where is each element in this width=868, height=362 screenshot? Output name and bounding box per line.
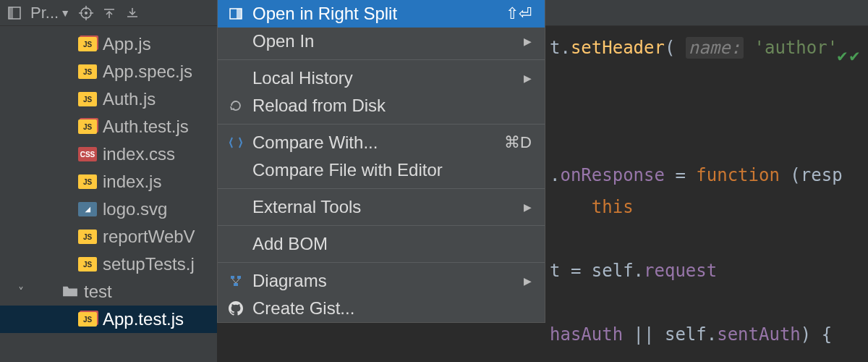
tree-file-item[interactable]: JSApp.spec.js	[0, 58, 217, 85]
tree-file-item[interactable]: JSsetupTests.j	[0, 251, 217, 278]
menu-item-label: Add BOM	[252, 234, 532, 254]
github-icon	[226, 301, 245, 316]
submenu-arrow-icon: ▶	[524, 275, 532, 287]
collapse-all-icon[interactable]	[99, 3, 119, 23]
js-file-icon: JS	[78, 174, 97, 189]
project-tool-icon	[4, 3, 25, 23]
svg-line-18	[236, 279, 239, 283]
svg-line-17	[232, 279, 236, 283]
file-label: App.spec.js	[103, 62, 192, 82]
tree-file-item[interactable]: CSSindex.css	[0, 140, 217, 168]
menu-item-label: Local History	[252, 68, 516, 88]
diff-icon	[226, 135, 245, 150]
menu-item-create-gist[interactable]: Create Gist...	[218, 295, 545, 322]
submenu-arrow-icon: ▶	[524, 35, 532, 47]
file-label: index.js	[103, 172, 161, 192]
reload-icon	[226, 98, 245, 113]
project-dropdown[interactable]: Pr...▼	[27, 2, 73, 24]
menu-separator	[218, 188, 545, 189]
project-sidebar: JSApp.jsJSApp.spec.jsJSAuth.jsJSAuth.tes…	[0, 0, 217, 362]
file-label: App.test.js	[103, 309, 184, 329]
tree-file-item[interactable]: JSApp.js	[0, 30, 217, 58]
menu-item-compare-file-with-editor[interactable]: Compare File with Editor	[218, 156, 545, 184]
target-icon[interactable]	[76, 3, 96, 23]
folder-icon	[32, 282, 78, 302]
svg-rect-13	[237, 9, 242, 19]
tree-file-item[interactable]: JSAuth.test.js	[0, 113, 217, 140]
menu-item-external-tools[interactable]: External Tools▶	[218, 193, 545, 221]
context-menu: Open in Right Split⇧⏎Open In▶Local Histo…	[217, 0, 545, 323]
file-label: Auth.test.js	[103, 117, 189, 137]
menu-item-label: Compare File with Editor	[252, 160, 532, 180]
menu-item-label: Create Gist...	[252, 298, 532, 319]
js-file-icon: JS	[78, 257, 97, 272]
menu-item-open-in[interactable]: Open In▶	[218, 28, 545, 55]
tree-file-item[interactable]: JSAuth.js	[0, 85, 217, 113]
js-file-icon: JS	[78, 312, 97, 327]
tree-file-item[interactable]: ◢logo.svg	[0, 195, 217, 223]
tree-file-item-selected[interactable]: JSApp.test.js	[0, 306, 217, 333]
menu-item-diagrams[interactable]: Diagrams▶	[218, 267, 545, 295]
svg-rect-16	[234, 283, 238, 286]
file-label: setupTests.j	[103, 254, 195, 274]
menu-separator	[218, 225, 545, 226]
js-file-icon: JS	[78, 230, 97, 244]
submenu-arrow-icon: ▶	[524, 72, 532, 84]
menu-item-local-history[interactable]: Local History▶	[218, 64, 545, 92]
chevron-down-icon: ˅	[16, 285, 26, 299]
js-file-icon: JS	[78, 92, 97, 106]
svg-rect-1	[9, 7, 13, 19]
svg-file-icon: ◢	[78, 202, 97, 216]
file-label: Auth.js	[103, 89, 156, 109]
menu-item-open-in-right-split[interactable]: Open in Right Split⇧⏎	[218, 0, 545, 28]
diagram-icon	[226, 274, 245, 288]
file-label: logo.svg	[103, 199, 167, 219]
svg-rect-14	[231, 276, 234, 279]
expand-all-icon[interactable]	[122, 3, 142, 23]
menu-item-label: External Tools	[252, 197, 516, 217]
file-label: reportWebV	[103, 227, 195, 247]
menu-item-label: Reload from Disk	[252, 96, 532, 116]
project-label: Pr...	[30, 4, 59, 22]
menu-item-label: Diagrams	[252, 271, 516, 291]
menu-item-label: Open in Right Split	[252, 4, 498, 24]
menu-item-label: Compare With...	[252, 132, 497, 153]
tree-folder-item[interactable]: ˅test	[0, 278, 217, 306]
code-method: setHeader	[571, 38, 665, 58]
svg-rect-15	[237, 276, 241, 279]
folder-label: test	[84, 282, 112, 302]
js-file-icon: JS	[78, 119, 97, 134]
js-file-icon: JS	[78, 64, 97, 79]
string-literal: 'author'	[754, 38, 838, 58]
menu-shortcut: ⇧⏎	[506, 4, 532, 23]
menu-separator	[218, 59, 545, 60]
menu-item-label: Open In	[252, 31, 516, 51]
menu-shortcut: ⌘D	[504, 133, 532, 152]
parameter-hint: name:	[686, 37, 744, 59]
menu-separator	[218, 262, 545, 263]
tree-file-item[interactable]: JSindex.js	[0, 168, 217, 195]
menu-separator	[218, 124, 545, 125]
menu-item-add-bom[interactable]: Add BOM	[218, 230, 545, 258]
file-label: App.js	[103, 34, 151, 54]
split-right-icon	[226, 7, 245, 21]
tree-file-item[interactable]: JSreportWebV	[0, 223, 217, 251]
svg-point-3	[85, 12, 88, 14]
js-file-icon: JS	[78, 37, 97, 51]
submenu-arrow-icon: ▶	[524, 201, 532, 213]
inspection-ok-icon: ✔✔	[836, 48, 861, 65]
menu-item-reload-from-disk[interactable]: Reload from Disk	[218, 92, 545, 119]
css-file-icon: CSS	[78, 147, 97, 161]
menu-item-compare-with[interactable]: Compare With...⌘D	[218, 129, 545, 156]
file-label: index.css	[103, 144, 175, 164]
